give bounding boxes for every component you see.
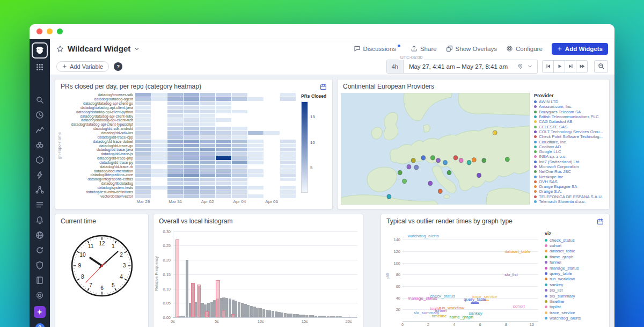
time-range-text[interactable]: May 27, 4:41 am – May 27, 8:41 am: [404, 63, 513, 70]
histogram-bar-overall: [275, 311, 277, 317]
legend-item-viz[interactable]: dataset_table: [545, 249, 607, 254]
legend-item-provider[interactable]: British Telecommunications PLC: [534, 114, 605, 119]
discussions-label: Discussions: [363, 46, 396, 52]
legend-item-provider[interactable]: Bouygues Telecom SA: [534, 110, 605, 114]
maximize-button[interactable]: [57, 28, 63, 34]
heatmap-cell: [232, 110, 247, 114]
datadog-logo-icon[interactable]: [32, 42, 48, 59]
heatmap-cell: [151, 178, 167, 181]
histogram-bar-local: [222, 310, 225, 317]
calendar-icon[interactable]: [597, 218, 604, 225]
logs-icon[interactable]: [35, 201, 44, 209]
legend-item-provider[interactable]: Check Point Software Technolog...: [534, 134, 605, 139]
legend-item-viz[interactable]: check_status: [545, 237, 607, 243]
search-icon[interactable]: [35, 96, 44, 104]
legend-item-viz[interactable]: sankey: [545, 282, 607, 287]
scatter-point-label: cohort: [513, 303, 525, 308]
scatter-y-tick: 80: [396, 272, 400, 277]
histogram-x-tick: 10s: [258, 319, 264, 324]
heatmap-cell: [280, 194, 296, 198]
step-forward-button[interactable]: [565, 60, 576, 73]
legend-item-provider[interactable]: TELEFONICA DE ESPANA S.A.U.: [534, 194, 605, 199]
legend-item-viz[interactable]: run_workflow: [545, 277, 607, 282]
service-map-icon[interactable]: [35, 186, 44, 194]
infrastructure-icon[interactable]: [35, 156, 44, 164]
apm-icon[interactable]: [35, 171, 44, 179]
time-range-picker[interactable]: UTC-05:00 4h May 27, 4:41 am – May 27, 8…: [386, 60, 538, 74]
map-point: [493, 130, 497, 135]
range-chevron-down-icon[interactable]: [527, 63, 533, 69]
legend-item-provider[interactable]: Microsoft Corporation: [534, 164, 605, 169]
legend-item-provider[interactable]: Coolbox AD: [534, 144, 605, 149]
heatmap-cell: [135, 173, 151, 177]
legend-label: CAG Datastod AB: [539, 119, 572, 124]
fast-forward-button[interactable]: [576, 60, 588, 73]
title-chevron-down-icon[interactable]: [134, 46, 140, 52]
security-icon[interactable]: [35, 261, 44, 270]
favorite-star-icon[interactable]: [56, 45, 64, 53]
legend-item-viz[interactable]: slo_list: [545, 288, 607, 293]
play-button[interactable]: [553, 60, 565, 73]
pin-icon[interactable]: [517, 63, 523, 69]
legend-item-provider[interactable]: AWIN LTD: [534, 99, 605, 104]
help-circle-icon[interactable]: ?: [114, 62, 122, 71]
legend-item-viz[interactable]: slo_summary: [545, 293, 607, 299]
heatmap-cell: [184, 148, 199, 151]
clock-number: 8: [81, 274, 84, 280]
zoom-out-button[interactable]: [594, 60, 608, 73]
legend-dot: [545, 317, 547, 319]
watchdog-icon[interactable]: [35, 141, 44, 149]
add-widgets-button[interactable]: Add Widgets: [552, 43, 608, 55]
synthetics-icon[interactable]: [35, 231, 44, 239]
legend-item-viz[interactable]: flame_graph: [545, 254, 607, 259]
legend-item-provider[interactable]: NetOne Rus JSC: [534, 169, 605, 174]
ci-cd-icon[interactable]: [35, 246, 44, 255]
legend-item-provider[interactable]: Orange Espagne SA: [534, 184, 605, 189]
scatter-point-marker: [471, 302, 479, 304]
configure-button[interactable]: Configure: [506, 45, 543, 52]
legend-item-provider[interactable]: INEA sp. z o.o.: [534, 154, 605, 159]
close-button[interactable]: [36, 28, 42, 34]
legend-item-viz[interactable]: query_table: [545, 271, 607, 276]
legend-item-provider[interactable]: Init7 (Switzerland) Ltd.: [534, 159, 605, 164]
legend-item-viz[interactable]: trace_service: [545, 310, 607, 315]
add-variable-button[interactable]: Add Variable: [56, 61, 109, 72]
discussions-button[interactable]: Discussions: [354, 45, 401, 52]
legend-item-viz[interactable]: watchdog_alerts: [545, 315, 607, 321]
minimize-button[interactable]: [47, 28, 53, 34]
legend-item-provider[interactable]: CAG Datastod AB: [534, 119, 605, 124]
heatmap-cell: [135, 190, 151, 194]
heatmap-cell: [151, 165, 167, 169]
legend-item-provider[interactable]: Telemach Slovenia d.o.o.: [534, 199, 605, 204]
metrics-icon[interactable]: [35, 126, 44, 134]
legend-item-viz[interactable]: cohort: [545, 243, 607, 248]
legend-item-provider[interactable]: COLT Technology Services Grou...: [534, 129, 605, 134]
help-icon[interactable]: ?: [35, 323, 45, 327]
legend-item-provider[interactable]: Netskope Inc: [534, 174, 605, 179]
legend-item-viz[interactable]: timeline: [545, 299, 607, 304]
apps-grid-icon[interactable]: [36, 63, 43, 71]
histogram-bar-local: [191, 283, 195, 317]
heatmap-cell: [200, 144, 215, 148]
legend-item-viz[interactable]: manage_status: [545, 265, 607, 271]
legend-item-provider[interactable]: Amazon.com, Inc.: [534, 104, 605, 109]
legend-item-provider[interactable]: Orange S.A.: [534, 189, 605, 194]
share-button[interactable]: Share: [411, 45, 437, 52]
show-overlays-button[interactable]: Show Overlays: [446, 45, 497, 52]
skip-backward-button[interactable]: [542, 60, 554, 73]
legend-item-viz[interactable]: funnel: [545, 260, 607, 265]
legend-item-provider[interactable]: CELESTE SAS: [534, 124, 605, 129]
notebooks-icon[interactable]: [35, 276, 44, 285]
time-preset-chip[interactable]: 4h: [387, 60, 404, 73]
history-icon[interactable]: [35, 111, 44, 119]
legend-item-provider[interactable]: OVH SAS: [534, 179, 605, 184]
bits-ai-icon[interactable]: [34, 306, 46, 318]
legend-item-viz[interactable]: toplist: [545, 304, 607, 310]
legend-item-provider[interactable]: Cloudflare, Inc.: [534, 139, 605, 144]
settings-icon[interactable]: [35, 291, 44, 300]
heatmap-cell: [216, 140, 231, 143]
legend-label: Orange S.A.: [539, 189, 562, 194]
legend-item-provider[interactable]: Google LLC: [534, 149, 605, 154]
monitors-icon[interactable]: [35, 216, 44, 224]
calendar-icon[interactable]: [320, 83, 327, 90]
